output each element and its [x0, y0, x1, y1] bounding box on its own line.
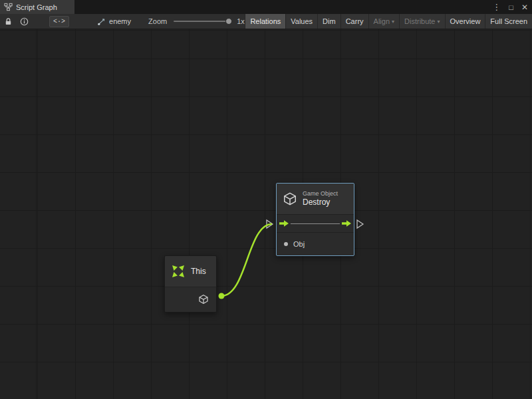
node-title: This: [191, 267, 206, 276]
graph-canvas[interactable]: Game Object Destroy Obj: [0, 29, 532, 399]
close-icon[interactable]: ✕: [517, 3, 532, 12]
zoom-slider[interactable]: [174, 21, 231, 22]
node-destroy-header: Game Object Destroy: [277, 184, 354, 215]
node-this[interactable]: This: [164, 255, 217, 313]
info-icon: [20, 17, 29, 26]
toolbar-button-relations[interactable]: Relations: [245, 14, 285, 29]
this-output-port-dot[interactable]: [219, 293, 225, 299]
graph-breadcrumb-enemy[interactable]: enemy: [97, 14, 131, 29]
info-button[interactable]: [16, 14, 32, 29]
zoom-value: 1x: [237, 14, 245, 29]
graph-tab-icon: [4, 3, 13, 11]
node-destroy[interactable]: Game Object Destroy Obj: [276, 183, 354, 256]
port-label-obj: Obj: [293, 240, 305, 248]
relation-line: [291, 223, 340, 224]
toolbar-button-values[interactable]: Values: [285, 14, 317, 29]
chevron-down-icon: ▾: [438, 19, 440, 25]
window-tab-bar: Script Graph ⋮ □ ✕: [0, 0, 532, 14]
tab-title: Script Graph: [16, 3, 57, 11]
flow-output-arrow-icon[interactable]: [341, 219, 352, 227]
node-flow-row: [277, 215, 354, 233]
toolbar-button-align[interactable]: Align ▾: [368, 14, 399, 29]
destroy-control-input-port[interactable]: [267, 220, 273, 228]
zoom-slider-knob[interactable]: [225, 18, 232, 25]
cube-icon: [283, 192, 297, 206]
toolbar-button-distribute[interactable]: Distribute ▾: [399, 14, 444, 29]
chevron-down-icon: ▾: [392, 19, 394, 25]
lock-button[interactable]: [0, 14, 16, 29]
node-subtitle: Game Object: [303, 190, 338, 198]
node-obj-row: Obj: [277, 233, 354, 255]
value-port-dot[interactable]: [284, 242, 288, 246]
zoom-label: Zoom: [148, 14, 167, 29]
node-this-header: This: [165, 256, 216, 287]
toolbar-button-dim[interactable]: Dim: [317, 14, 340, 29]
code-toggle-button[interactable]: <·>: [49, 16, 69, 27]
node-this-body: [165, 287, 216, 312]
graph-name-label: enemy: [109, 17, 131, 25]
connection-wire[interactable]: [221, 224, 272, 296]
toolbar-button-overview[interactable]: Overview: [445, 14, 485, 29]
node-title: Destroy: [303, 198, 338, 207]
toolbar-button-group: Relations Values Dim Carry Align ▾ Distr…: [245, 14, 532, 29]
toolbar-button-fullscreen[interactable]: Full Screen: [485, 14, 532, 29]
flow-input-arrow-icon[interactable]: [279, 219, 289, 227]
cube-icon: [198, 294, 209, 305]
kebab-menu-icon[interactable]: ⋮: [488, 2, 505, 12]
lock-icon: [4, 17, 13, 26]
maximize-icon[interactable]: □: [505, 3, 517, 11]
script-graph-icon: [97, 17, 106, 26]
this-icon: [170, 263, 186, 279]
graph-toolbar: <·> enemy Zoom 1x Relations Values Dim C…: [0, 14, 532, 29]
destroy-control-output-port[interactable]: [357, 220, 363, 228]
toolbar-button-carry[interactable]: Carry: [340, 14, 368, 29]
tab-script-graph[interactable]: Script Graph: [0, 0, 74, 14]
